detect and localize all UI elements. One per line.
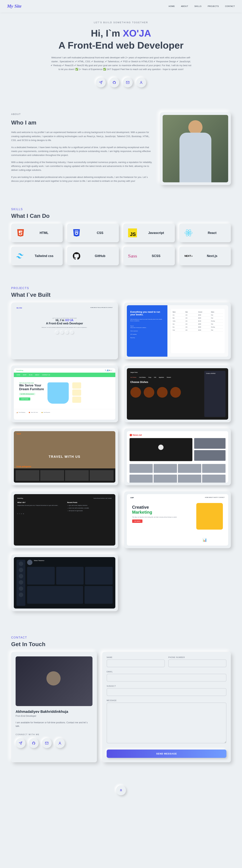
projects-title: What I`ve Built xyxy=(11,291,231,298)
message-input[interactable] xyxy=(107,703,227,743)
contact-image xyxy=(15,656,93,706)
skill-tailwind: Tailwind css xyxy=(11,247,63,265)
submit-button[interactable]: SEND MESSAGE xyxy=(107,749,227,758)
nav-about[interactable]: ABOUT xyxy=(181,5,188,7)
hero-subtitle: A Front-End web Developer xyxy=(21,39,221,52)
contact-role: Fron-End Developer xyxy=(15,715,93,717)
github-icon[interactable] xyxy=(109,78,119,87)
contact-form: NAME PHONE NUMBER EMAIL SUBJECT xyxy=(107,656,227,758)
phone-input[interactable] xyxy=(168,659,227,667)
contact-telegram-icon[interactable] xyxy=(15,738,26,748)
nav-home[interactable]: HOME xyxy=(169,5,175,7)
project-furniture[interactable]: FurniKing🔍 👤 ❤ 🛒 HOMESHOPBLOGABOUTCONTAC… xyxy=(11,366,118,422)
skill-name: GitHub xyxy=(86,254,114,258)
hero-tagline: LET'S BUILD SOMETHING TOGETHER xyxy=(21,21,221,24)
svg-point-1 xyxy=(141,82,142,83)
contact-form-card: NAME PHONE NUMBER EMAIL SUBJECT xyxy=(102,652,231,762)
subject-input[interactable] xyxy=(107,688,227,696)
project-books[interactable]: Everything you need to run your books. W… xyxy=(124,303,231,359)
about-p4: If you are looking for a dedicated profe… xyxy=(11,175,153,183)
project-travel[interactable]: Tawaf TRAVEL WITH US Eslab qolinganlar xyxy=(11,429,118,485)
skill-name: Javascript xyxy=(142,231,170,235)
name-label: NAME xyxy=(107,656,165,658)
about-p1: Hello and welcome to my profile! I am an… xyxy=(11,130,153,142)
project-news[interactable]: 🔴 Newz.net xyxy=(124,429,231,485)
thumb-logo: My Site xyxy=(16,307,22,309)
thumb-furn-h1: We Serve Your xyxy=(19,384,44,388)
contact-desc: I am available for freelancer or full-ti… xyxy=(15,721,93,728)
contact-label: CONTACT xyxy=(11,636,231,639)
email-input[interactable] xyxy=(107,674,227,682)
resume-icon[interactable] xyxy=(136,78,146,87)
thumb-subtitle: A Front-End web Developer xyxy=(19,322,110,325)
skill-name: SCSS xyxy=(142,254,170,258)
news-logo: 🔴 Newz.net xyxy=(130,434,142,436)
thumb-furn-badge: Get 50% off all products xyxy=(19,393,35,395)
mkt-label: CMP xyxy=(130,497,134,499)
thumb-greeting: Hi, I`m xyxy=(56,319,65,322)
skill-css: CSS xyxy=(67,224,119,242)
skills-title: What I Can Do xyxy=(11,213,231,219)
thumb-furn-label: TOP COLLECTIONS 2022 xyxy=(19,382,44,384)
github-skill-icon xyxy=(72,251,81,261)
about-text: ABOUT Who I am Hello and welcome to my p… xyxy=(11,112,153,186)
contact-name: Akhmadaliyev Bakhriddinkhuja xyxy=(15,710,93,714)
contact-github-icon[interactable] xyxy=(29,738,39,748)
contact-info-card: Akhmadaliyev Bakhriddinkhuja Fron-End De… xyxy=(11,652,97,762)
furn-f1: Free Shipping xyxy=(19,412,25,413)
svg-point-4 xyxy=(188,232,189,234)
scroll-top-button[interactable] xyxy=(116,785,126,795)
contact-title: Get In Touch xyxy=(11,641,231,648)
skills-section: SKILLS What I Can Do HTML CSS JSJavascri… xyxy=(11,197,231,276)
contact-mail-icon[interactable] xyxy=(42,738,52,748)
furn-f2: Save Gift Card xyxy=(31,412,38,413)
hero-greeting: Hi, I`m xyxy=(91,28,123,38)
site-logo[interactable]: My Site xyxy=(7,4,22,9)
about-p3: With a deep understanding of the freelan… xyxy=(11,160,153,172)
name-input[interactable] xyxy=(107,659,165,667)
project-marketing[interactable]: CMP HOME ABOUT SHOP IT CONTACT Creative … xyxy=(124,492,231,548)
subject-label: SUBJECT xyxy=(107,685,227,687)
skill-name: CSS xyxy=(86,231,114,235)
skill-github: GitHub xyxy=(67,247,119,265)
hero-section: LET'S BUILD SOMETHING TOGETHER Hi, I`m X… xyxy=(0,12,242,102)
tailwind-icon xyxy=(15,251,25,261)
project-portfolio[interactable]: My SiteHOME ABOUT SKILLS PROJECTS CONTAC… xyxy=(11,303,118,359)
hero-name: XO'JA xyxy=(123,28,151,38)
telegram-icon[interactable] xyxy=(96,78,106,87)
dash-name: Shaxs Tkacenco xyxy=(34,560,44,565)
mail-icon[interactable] xyxy=(123,78,133,87)
top-nav: My Site HOME ABOUT SKILLS PROJECTS CONTA… xyxy=(0,0,242,12)
projects-section: PROJECTS What I`ve Built My SiteHOME ABO… xyxy=(11,276,231,622)
about-label: ABOUT xyxy=(11,112,153,116)
hero-description: Welcome! I am self motivated professiona… xyxy=(50,56,192,71)
blog-h: What I do? xyxy=(18,502,62,503)
projects-label: PROJECTS xyxy=(11,287,231,290)
mkt-h1: Creative xyxy=(132,505,177,510)
project-dashboard[interactable]: Shaxs Tkacenco xyxy=(11,554,118,611)
svg-text:JS: JS xyxy=(130,231,136,237)
nav-contact[interactable]: CONTACT xyxy=(225,5,235,7)
css-icon xyxy=(72,228,81,238)
thumb-books-title: Everything you need to run your books. xyxy=(130,311,164,316)
about-image xyxy=(160,112,231,185)
skill-scss: SassSCSS xyxy=(123,247,175,265)
travel-heading: TRAVEL WITH US xyxy=(49,455,80,459)
about-section: ABOUT Who I am Hello and welcome to my p… xyxy=(11,102,231,197)
connect-label: CONNECT WITH ME xyxy=(15,733,93,736)
blog-logo: BokerBlog xyxy=(18,498,23,499)
nav-skills[interactable]: SKILLS xyxy=(194,5,201,7)
nav-projects[interactable]: PROJECTS xyxy=(208,5,219,7)
skill-name: Next.js xyxy=(198,254,227,258)
skill-name: HTML xyxy=(30,231,58,235)
scroll-top-wrapper xyxy=(0,780,242,801)
project-resto[interactable]: Jaegar Resto🔍 Search ... Hot DishesCold … xyxy=(124,366,231,422)
mkt-h2: Marketing xyxy=(132,510,177,515)
mkt-btn: Get started xyxy=(132,520,143,523)
nav-links: HOME ABOUT SKILLS PROJECTS CONTACT xyxy=(169,5,235,7)
about-p2: As a dedicated freelancer, I have been h… xyxy=(11,146,153,157)
project-blog[interactable]: BokerBlogHome About Archive Lab Contact … xyxy=(11,492,118,548)
contact-resume-icon[interactable] xyxy=(55,738,65,748)
blog-h2: Recent Posts xyxy=(67,502,112,503)
message-label: MESSAGE xyxy=(107,700,227,702)
